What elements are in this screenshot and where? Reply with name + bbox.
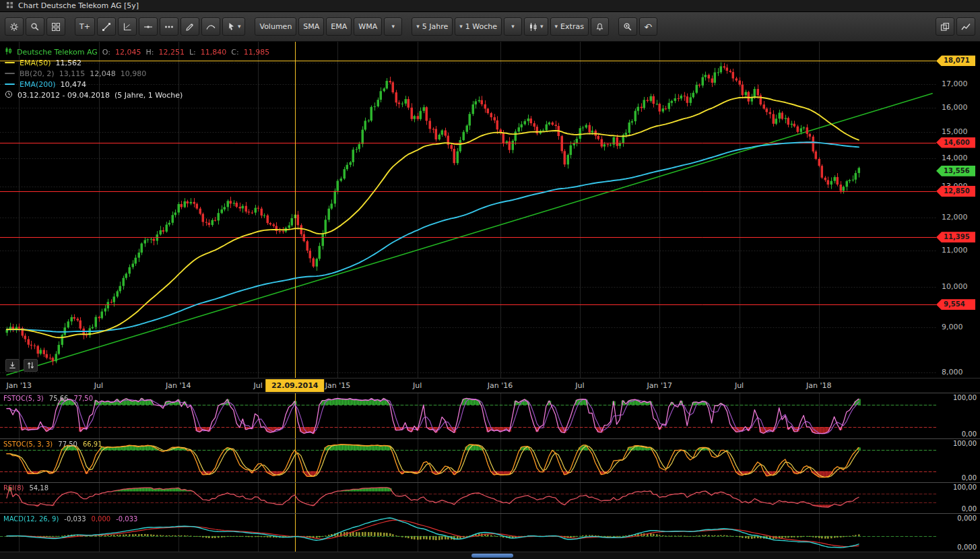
sstoc-legend: SSTOC(5, 3, 3)77,5066,91 [3,440,102,448]
macd-legend: MACD(12, 26, 9)-0,0330,000-0,033 [3,515,137,523]
sma-toggle-label: SMA [303,22,319,31]
fstoc-label: FSTOC(5, 3) [3,395,44,402]
ema-toggle-button[interactable]: EMA [326,18,352,36]
trendline-tool-button[interactable] [97,18,116,36]
chart-window: Chart Deutsche Telekom AG [5y] T+▾Volume… [0,0,980,559]
horizontal-scrollbar[interactable] [0,552,980,559]
volume-toggle-label: Volumen [259,22,292,31]
sstoc-canvas[interactable] [0,439,936,482]
zoom-in-button[interactable] [618,18,637,36]
curve-icon [206,22,216,32]
rsi-canvas[interactable] [0,483,936,513]
price-tag: 18,071 [936,55,975,66]
polyline-tool-button[interactable] [160,18,178,36]
text-tool-label: T+ [79,22,90,31]
legend-ema50-row: EMA(50) 11,562 [5,57,269,68]
legend-daterange-row: 03.12.2012 - 09.04.2018 (5 Jahre, 1 Woch… [5,90,269,100]
time-axis-label: Jul [253,381,262,390]
layout-button[interactable] [46,18,65,36]
overlay-icon [940,22,950,32]
arc-tool-button[interactable] [201,18,220,36]
chart-style-button[interactable] [956,18,975,36]
sstoc-label: SSTOC(5, 3, 3) [3,440,53,448]
pointer-tool-button[interactable]: ▾ [222,18,246,36]
macd-value: 0,000 [92,515,111,523]
close-value: 11,985 [244,48,270,57]
main-chart-area: Deutsche Telekom AG O: 12,045 H: 12,251 … [0,42,980,378]
open-label: O: [102,48,110,57]
price-axis-label: 17,000 [942,79,968,89]
charttype-select-button[interactable]: ▾ [524,18,548,36]
text-tool-button[interactable]: T+ [75,18,95,36]
extras-menu-label: Extras [560,22,584,31]
zoom-icon [623,22,632,32]
time-axis-label: Jan '18 [806,381,831,390]
caret-down-icon: ▾ [416,24,420,30]
bb-line-icon [5,73,15,74]
reorder-panels-button[interactable] [24,359,38,372]
pencil-icon [185,22,195,32]
macd-canvas[interactable] [0,514,936,552]
indicator-panels: FSTOC(5, 3)75,6677,50100,000,00SSTOC(5, … [0,393,980,552]
fstoc-legend: FSTOC(5, 3)75,6677,50 [3,395,93,402]
bb-middle-value: 12,048 [90,69,116,78]
ema-toggle-label: EMA [331,22,347,31]
freehand-tool-button[interactable] [181,18,199,36]
ema50-value: 11,562 [56,59,82,67]
sma-toggle-button[interactable]: SMA [298,18,324,36]
fstoc-axis-bottom: 0,00 [962,430,977,438]
extras-menu-button[interactable]: ▾Extras [550,18,589,36]
sstoc-value: 66,91 [83,440,102,448]
indicator-more-button[interactable]: ▾ [384,18,402,36]
cursor-icon [227,22,235,31]
compare-charts-button[interactable] [936,18,954,36]
time-axis-label: Jul [94,381,103,390]
volume-toggle-button[interactable]: Volumen [255,18,296,36]
rsi-value: 54,18 [29,484,48,492]
title-bar: Chart Deutsche Telekom AG [5y] [0,0,980,12]
period-select-button[interactable]: ▾5 Jahre [412,18,453,36]
measure-tool-button[interactable] [118,18,137,36]
sstoc-value: 77,50 [58,440,77,448]
download-button[interactable] [5,359,20,372]
fstoc-axis-top: 100,00 [953,394,977,401]
macd-axis-top: 0,000 [957,515,977,522]
bell-icon [595,22,604,32]
period-select-label: 5 Jahre [422,22,449,31]
sstoc-axis-bottom: 0,00 [962,474,977,482]
price-axis-label: 16,000 [942,103,968,112]
open-value: 12,045 [115,48,141,57]
undo-button[interactable]: ↶ [639,18,657,36]
alert-bell-button[interactable] [591,18,609,36]
interval-select-button[interactable]: ▾1 Woche [455,18,502,36]
bb-upper-value: 13,115 [59,69,86,78]
sstoc-panel: SSTOC(5, 3, 3)77,5066,91100,000,00 [0,438,980,482]
price-tag: 12,850 [936,186,975,197]
toolbar: T+▾VolumenSMAEMAWMA▾▾5 Jahre▾1 Woche▾▾▾E… [0,12,980,42]
settings-button[interactable] [5,18,24,36]
candles-icon [529,22,537,32]
rsi-axis-bottom: 0,00 [962,505,977,513]
ema200-label: EMA(200) [20,80,56,89]
price-axis-label: 8,000 [942,368,963,377]
wma-toggle-button[interactable]: WMA [354,18,382,36]
rsi-panel: RSI(8)54,18100,000,00 [0,482,980,513]
hline-tool-button[interactable] [139,18,158,36]
search-button[interactable] [26,18,44,36]
fstoc-value: 75,66 [49,395,69,402]
scrollbar-thumb[interactable] [471,554,513,558]
interval-more-button[interactable]: ▾ [504,18,522,36]
time-axis-label: Jul [575,381,584,390]
fstoc-value: 77,50 [73,395,93,402]
low-label: L: [189,48,196,57]
caret-down-icon: ▾ [555,24,558,30]
date-range: 03.12.2012 - 09.04.2018 [18,91,110,100]
price-axis-label: 10,000 [942,282,968,292]
clock-icon [5,90,13,100]
price-tag: 9,554 [936,299,975,310]
price-axis-label: 12,000 [942,213,968,222]
fstoc-canvas[interactable] [0,393,936,438]
time-axis: Jan '13JulJan '14JulJan '15JulJan '16Jul… [0,378,980,393]
candlestick-icon [5,46,12,57]
crosshair-date-tag: 22.09.2014 [265,379,325,392]
